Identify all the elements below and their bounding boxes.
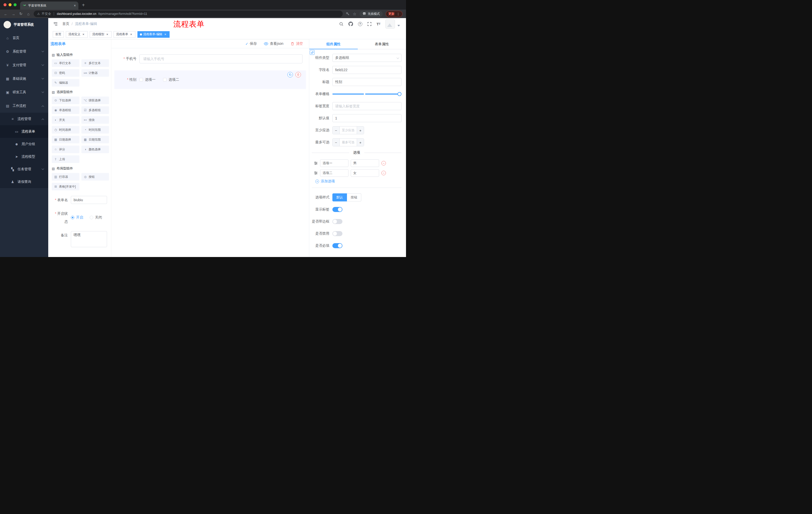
url-bar[interactable]: ⚠ 不安全 dashboard.yudao.iocoder.cn /bpm/ma… [34,10,343,17]
max-select-value[interactable]: 最多可选 [340,139,357,146]
component-radio-group[interactable]: ◉单选框组 [52,106,79,114]
plus-button[interactable]: + [357,139,364,146]
sidebar-item-user-group[interactable]: ☻ 用户分组 [0,138,48,151]
phone-field-row[interactable]: 手机号 [114,54,306,63]
component-slider[interactable]: ⊷滑块 [81,116,109,124]
remove-option-button[interactable]: − [381,161,386,165]
border-switch[interactable] [332,219,343,224]
close-icon[interactable]: × [129,33,133,36]
form-name-input[interactable] [71,196,107,204]
update-button[interactable]: 更新 ⋮ [386,11,403,17]
add-option-button[interactable]: + 添加选项 [315,179,402,184]
close-icon[interactable]: × [164,33,167,36]
field-name-input[interactable] [332,66,402,74]
sidebar-item-devtools[interactable]: ▣ 研发工具 [0,85,48,99]
tag-home[interactable]: 首页 [53,31,64,38]
component-select[interactable]: ⊙下拉选择 [52,97,79,104]
component-single-line-text[interactable]: ▭单行文本 [52,59,79,67]
style-button-button[interactable]: 按钮 [347,193,361,201]
remove-option-button[interactable]: − [381,171,386,175]
default-value-input[interactable] [332,114,402,122]
label-width-input[interactable] [332,102,402,110]
title-input[interactable] [332,78,402,86]
save-button[interactable]: ✓ 保存 [245,42,257,46]
tag-process-definition[interactable]: 流程定义 × [66,31,88,38]
component-type-select[interactable]: 多选框组 [332,54,402,62]
component-rate[interactable]: ☆评分 [52,145,79,153]
search-icon[interactable] [339,22,343,26]
tab-form-props[interactable]: 表单属性 [358,39,406,49]
browser-tab[interactable]: 芋道管理系统 × [20,1,78,9]
breadcrumb-home[interactable]: 首页 [62,22,69,26]
minus-button[interactable]: − [332,127,340,134]
disabled-switch[interactable] [332,231,343,236]
sidebar-item-payment[interactable]: ¥ 支付管理 [0,58,48,72]
drag-handle-icon[interactable] [314,161,318,165]
sidebar-item-workflow[interactable]: ▤ 工作流程 [0,99,48,113]
sidebar-item-task-management[interactable]: ▚ 任务管理 [0,163,48,175]
component-color-picker[interactable]: ◑颜色选择 [81,145,109,153]
password-key-icon[interactable] [346,12,350,16]
link-icon[interactable] [310,50,315,55]
component-time-range[interactable]: ◔时间范围 [81,126,109,134]
phone-input[interactable] [140,54,302,63]
option-value-input[interactable] [351,169,379,177]
grid-slider[interactable] [332,90,402,98]
copy-widget-button[interactable] [287,72,293,77]
fullscreen-icon[interactable] [367,22,372,26]
component-button[interactable]: ◎按钮 [81,173,109,181]
view-json-button[interactable]: 查看json [264,42,283,46]
option-label-input[interactable] [320,159,348,167]
style-default-button[interactable]: 默认 [332,193,347,201]
gender-option2-checkbox[interactable]: 选项二 [163,77,179,82]
show-label-switch[interactable] [332,207,343,212]
bookmark-star-icon[interactable]: ☆ [353,11,356,16]
component-switch[interactable]: ◐开关 [52,116,79,124]
tag-process-model[interactable]: 流程模型 × [90,31,112,38]
home-icon[interactable]: ⌂ [26,12,31,16]
github-icon[interactable] [348,22,353,26]
sidebar-item-home[interactable]: ⌂ 首页 [0,31,48,45]
component-date-range[interactable]: ▩日期范围 [81,136,109,143]
close-icon[interactable]: × [82,33,85,36]
component-editor[interactable]: ✎编辑器 [52,79,79,86]
component-counter[interactable]: 123计数器 [81,69,109,77]
component-date-picker[interactable]: ▦日期选择 [52,136,79,143]
zoom-window-button[interactable] [13,3,17,6]
sidebar-item-leave-query[interactable]: ♟ 请假查询 [0,175,48,188]
minimize-window-button[interactable] [8,3,11,6]
close-window-button[interactable] [3,3,6,6]
reload-icon[interactable]: ↻ [19,11,23,16]
avatar[interactable] [385,19,395,29]
tab-component-props[interactable]: 组件属性 [309,39,358,49]
remark-textarea[interactable]: 嘿嘿 [71,231,107,247]
option-value-input[interactable] [351,159,379,167]
option-label-input[interactable] [320,169,348,177]
status-on-radio[interactable]: 开启 [71,215,83,220]
component-cascader[interactable]: ⌥级联选择 [81,97,109,104]
sidebar-item-system[interactable]: ⚙ 系统管理 [0,45,48,58]
min-select-value[interactable]: 至少应选 [340,127,357,134]
component-table[interactable]: ⊞表格[开发中] [52,183,79,190]
gender-option1-checkbox[interactable]: 选项一 [140,77,155,82]
browser-menu-icon[interactable]: ⋮ [397,12,400,16]
required-switch[interactable] [332,243,343,248]
new-tab-button[interactable]: + [82,2,85,8]
slider-handle[interactable] [398,92,402,96]
component-row-container[interactable]: ▥行容器 [52,173,79,181]
component-password[interactable]: ⊡密码 [52,69,79,77]
tag-process-form-edit[interactable]: 流程表单-编辑 × [138,31,170,38]
selected-widget[interactable]: 性别 选项一 选项二 [114,71,306,89]
hamburger-icon[interactable] [53,22,58,26]
drag-handle-icon[interactable] [314,171,318,175]
plus-button[interactable]: + [357,127,364,134]
component-upload[interactable]: ⇪上传 [52,155,79,163]
minus-button[interactable]: − [332,139,340,146]
forward-icon[interactable]: → [11,12,16,16]
clear-button[interactable]: 清空 [290,42,303,46]
tag-process-form[interactable]: 流程表单 × [114,31,136,38]
sidebar-item-process-form[interactable]: ▭ 流程表单 [0,125,48,138]
status-off-radio[interactable]: 关闭 [90,215,102,220]
font-size-icon[interactable]: TT [377,22,380,26]
back-icon[interactable]: ← [3,12,8,16]
